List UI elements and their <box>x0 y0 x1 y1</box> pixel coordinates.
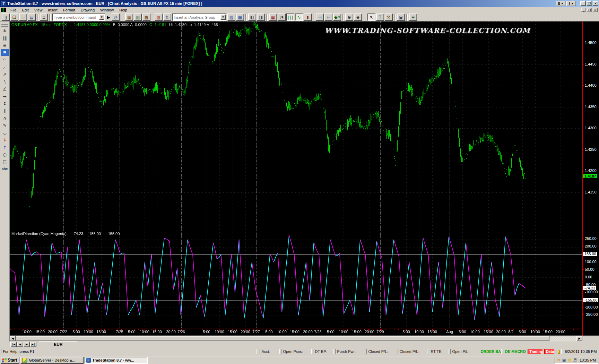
bring-to-front-button[interactable]: ◨ <box>257 14 265 21</box>
volume-icon[interactable]: ♬ <box>573 358 577 362</box>
price-axis[interactable]: 1.45001.44501.44001.43501.43001.42501.42… <box>582 21 599 336</box>
fan-lines-tool[interactable]: ⋰ <box>1 63 9 71</box>
hotlists-button[interactable]: ⇅ <box>163 14 171 21</box>
parallel-lines-tool[interactable]: ∥ <box>1 107 9 114</box>
fib-time-zones-tool[interactable]: ∥∥ <box>1 34 9 42</box>
task-label: GlobalServer - Desktop E... <box>29 358 75 362</box>
sessions-calendar-button[interactable]: ▦ <box>269 14 277 21</box>
close-button[interactable]: ✕ <box>593 1 598 6</box>
first-tab-button[interactable]: ∣◀ <box>10 342 17 347</box>
save-analysis-button[interactable]: ▨ <box>227 14 235 21</box>
new-workspace-button[interactable]: ▯ <box>2 14 10 21</box>
symbol-command-input[interactable] <box>53 15 99 20</box>
data-status-badge[interactable]: Data <box>544 349 555 354</box>
curve-tool[interactable]: ◡ <box>1 129 9 136</box>
text-label-button[interactable]: T <box>376 14 384 21</box>
up-arrow-tool[interactable]: ↑ <box>1 144 9 151</box>
oe-macros-toggle[interactable]: OE MACROS <box>503 349 526 354</box>
text-tool[interactable]: abc <box>1 165 9 173</box>
network-status-icon[interactable]: ▣ <box>562 358 566 362</box>
symbol-command-input-dropdown-button[interactable]: ▼ <box>99 15 104 20</box>
menu-format[interactable]: Format <box>60 8 78 12</box>
scrollbar-thumb[interactable] <box>16 336 549 341</box>
prev-tab-button[interactable]: ◀ <box>17 342 23 347</box>
send-to-back-button[interactable]: ◧ <box>248 14 256 21</box>
start-button[interactable]: Start <box>1 357 19 364</box>
chart-window-button[interactable]: ▧ <box>155 14 163 21</box>
new-window-button[interactable]: ❏ <box>10 14 18 21</box>
custom-retracement-tool[interactable]: ≣ <box>1 49 9 56</box>
toolbar-grip[interactable] <box>1 23 8 25</box>
last-tab-button[interactable]: ▶∣ <box>30 342 36 347</box>
quotes-window-button[interactable]: ▦ <box>125 14 133 21</box>
vertical-line-tool[interactable]: ↕ <box>1 100 9 107</box>
mdi-minimize-button[interactable]: _ <box>581 8 586 12</box>
analysis-group-input-dropdown-button[interactable]: ▼ <box>220 15 226 20</box>
minimize-button[interactable]: _ <box>580 1 586 6</box>
fib-retracement-tool[interactable]: ≡ <box>1 42 9 49</box>
order-bar-toggle[interactable]: ORDER BAR <box>479 349 502 354</box>
chart-window-icon[interactable] <box>1 8 6 12</box>
watermark: WWW.TRADING-SOFTWARE-COLLECTION.COM <box>325 26 530 35</box>
menu-window[interactable]: Window <box>97 8 116 12</box>
trendline-tool[interactable]: ✎ <box>1 122 9 129</box>
save-analysis-as-button[interactable]: ▩ <box>236 14 244 21</box>
cycle-arcs-tool[interactable]: ∩ <box>1 114 9 122</box>
trendline-with-bars-tool[interactable]: ↗ <box>1 71 9 78</box>
restore-button[interactable]: ❐ <box>587 1 592 6</box>
strategy-dropdown-button[interactable]: S▼ <box>556 1 565 6</box>
tradestation-tray-icon[interactable]: ↻ <box>557 358 561 362</box>
time-frames-button[interactable]: ◔ <box>278 14 286 21</box>
scrollbar-track[interactable] <box>549 336 576 341</box>
task-globalserver[interactable]: GlobalServer - Desktop E... <box>20 357 84 364</box>
symbol-lookup-button[interactable]: ◎ <box>112 14 120 21</box>
quote-details-button[interactable]: ≡ <box>409 14 417 21</box>
mdi-close-button[interactable]: ✕ <box>593 8 598 12</box>
matrix-window-button[interactable]: ▥ <box>134 14 142 21</box>
globalserver-duck-icon[interactable]: ✿ <box>568 358 571 362</box>
save-workspace-button[interactable]: ▤ <box>28 14 36 21</box>
pointer-tool-button[interactable]: ↖ <box>367 14 375 21</box>
task-tradestation[interactable]: TradeStation 8.7 - ww... <box>85 357 148 364</box>
gann-fan-tool[interactable]: ∠ <box>1 85 9 93</box>
time-axis-label: 20:00 <box>166 330 176 334</box>
mdi-restore-button[interactable]: ❐ <box>587 8 592 12</box>
ellipse-tool[interactable]: ○ <box>1 151 9 158</box>
add-note-button[interactable]: ▣ <box>397 14 405 21</box>
down-arrow-tool[interactable]: ↓ <box>1 136 9 144</box>
command-run-button[interactable]: ▶ <box>106 14 111 21</box>
menu-edit[interactable]: Edit <box>19 8 32 12</box>
toolbar-grip[interactable] <box>1 25 8 27</box>
ohlc-bars-button[interactable]: ∣∣∣ <box>286 14 294 21</box>
scroll-right-button[interactable]: ▶ <box>576 336 582 341</box>
zoom-out-button[interactable]: ⊖ <box>354 14 362 21</box>
next-tab-button[interactable]: ▶ <box>24 342 30 347</box>
menu-help[interactable]: Help <box>116 8 130 12</box>
menu-insert[interactable]: Insert <box>45 8 60 12</box>
horizontal-line-tool[interactable]: ↔ <box>1 93 9 100</box>
pitchfork-tool[interactable]: ⋔ <box>1 27 9 34</box>
menu-drawing[interactable]: Drawing <box>78 8 97 12</box>
open-workspace-button[interactable]: ▱ <box>19 14 27 21</box>
menu-view[interactable]: View <box>32 8 45 12</box>
drawing-toolbox-button[interactable]: ⚒ <box>385 14 393 21</box>
candlestick-button[interactable]: ▮ <box>304 14 312 21</box>
chart-style-dropdown[interactable]: ◆▼ <box>333 14 341 21</box>
increase-bar-spacing-button[interactable]: ⊢ <box>324 14 332 21</box>
trading-status-badge[interactable]: Trading <box>528 349 542 354</box>
scroll-left-button[interactable]: ◀ <box>10 336 16 341</box>
print-button[interactable]: ≣ <box>40 14 48 21</box>
speed-resistance-tool[interactable]: ∖ <box>1 78 9 85</box>
tab-eur[interactable]: EUR <box>39 341 77 347</box>
fib-arcs-tool[interactable]: ◠ <box>1 56 9 63</box>
chart-canvas[interactable] <box>10 21 582 336</box>
alert-bell-icon[interactable] <box>556 349 562 354</box>
rectangle-tool[interactable]: □ <box>1 158 9 165</box>
zoom-in-button[interactable]: ⊕ <box>345 14 353 21</box>
line-style-button[interactable]: ∿ <box>295 14 303 21</box>
menu-file[interactable]: File <box>8 8 19 12</box>
decrease-bar-spacing-button[interactable]: ⊣ <box>316 14 324 21</box>
indicator-dropdown-button[interactable]: I▼ <box>566 1 576 6</box>
analysis-group-input[interactable] <box>173 15 220 20</box>
radarscreen-window-button[interactable]: ▩ <box>142 14 150 21</box>
